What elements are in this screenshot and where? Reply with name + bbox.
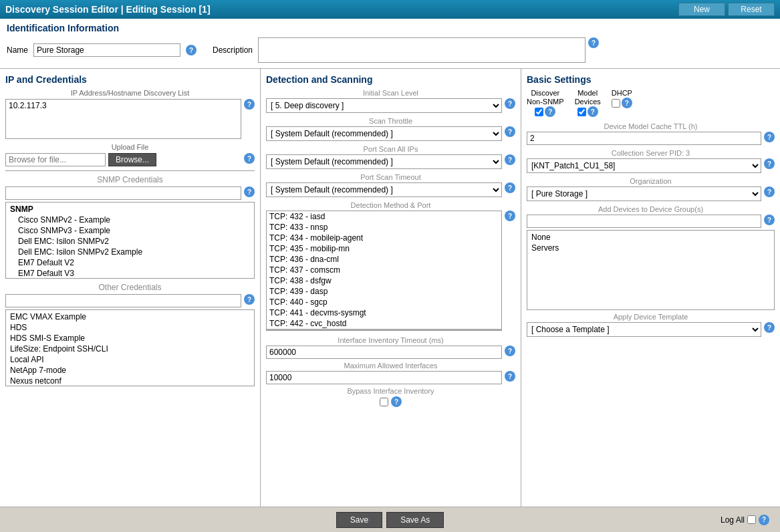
scan-throttle-select[interactable]: [ System Default (recommended) ] [266,126,502,141]
log-all-help[interactable]: ? [759,515,769,525]
name-help-icon[interactable]: ? [186,45,197,55]
list-item[interactable]: [ TCP: 443 - https ] [267,329,501,331]
list-item[interactable]: Servers [529,243,773,253]
ip-textarea[interactable]: 10.2.117.3 [5,99,241,139]
scan-level-select[interactable]: [ 5. Deep discovery ] [266,98,502,113]
interface-timeout-label: Interface Inventory Timeout (ms) [266,336,515,344]
model-checkbox[interactable] [577,108,586,116]
interface-timeout-help[interactable]: ? [505,346,515,356]
ip-help-icon[interactable]: ? [244,99,255,110]
dhcp-checkbox[interactable] [612,99,620,108]
cache-ttl-input[interactable] [527,132,761,145]
port-scan-select[interactable]: [ System Default (recommended) ] [266,154,502,169]
checkbox-group: DiscoverNon-SNMP ? ModelDevices ? DHCP [527,89,775,117]
template-help[interactable]: ? [764,322,775,333]
save-as-button[interactable]: Save As [386,512,444,528]
desc-input[interactable] [258,37,586,63]
list-item[interactable]: Dell EMC: Isilon SNMPv2 Example [7,247,253,257]
port-timeout-select[interactable]: [ System Default (recommended) ] [266,182,502,197]
list-item[interactable]: HDS SMI-S Example [7,333,253,344]
discover-checkbox[interactable] [535,108,543,116]
bypass-row: ? [266,396,515,407]
port-scan-help[interactable]: ? [505,154,515,165]
model-check-row: ? [577,106,598,117]
detect-method-help[interactable]: ? [505,211,515,221]
max-interfaces-label: Maximum Allowed Interfaces [266,362,515,370]
template-select[interactable]: [ Choose a Template ] [527,322,761,337]
list-item[interactable]: NetApp 7-mode [7,365,253,376]
collection-server-select[interactable]: [KNT_Patch1_CU1_58] [527,158,761,173]
list-item[interactable]: TCP: 438 - dsfgw [267,275,501,286]
max-interfaces-help[interactable]: ? [505,371,515,382]
browse-button[interactable]: Browse... [108,153,156,166]
log-all-checkbox[interactable] [747,515,756,524]
list-item[interactable]: TCP: 442 - cvc_hostd [267,318,501,329]
other-help-icon[interactable]: ? [244,294,255,305]
list-item[interactable]: Nexus netconf [7,376,253,386]
bypass-checkbox[interactable] [380,398,388,406]
list-item[interactable]: None [529,232,773,243]
identification-section: Identification Information Name ? Descri… [0,19,780,69]
name-input[interactable] [33,43,180,57]
list-item[interactable]: Cisco SNMPv2 - Example [7,215,253,225]
list-item[interactable]: Local API [7,354,253,365]
dhcp-group: DHCP ? [612,89,632,108]
list-item[interactable]: Cisco SNMPv3 - Example [7,225,253,236]
file-input[interactable] [5,153,106,166]
list-item[interactable]: TCP: 437 - comscm [267,265,501,275]
detect-method-list[interactable]: TCP: 432 - iasd TCP: 433 - nnsp TCP: 434… [266,211,502,331]
scan-level-help[interactable]: ? [505,98,515,109]
template-row: [ Choose a Template ] ? [527,322,775,337]
dhcp-help[interactable]: ? [622,98,632,108]
list-item[interactable]: SNMP [7,204,253,215]
device-group-search-row: ? [527,215,775,228]
list-item[interactable]: Dell EMC: Isilon SNMPv2 [7,236,253,247]
device-group-help[interactable]: ? [764,215,775,225]
snmp-help-icon[interactable]: ? [244,186,255,197]
new-button[interactable]: New [678,3,725,16]
other-search-input[interactable] [5,294,241,307]
desc-help-icon[interactable]: ? [588,37,599,48]
bottom-bar: Save Save As Log All ? [0,507,780,532]
snmp-credential-list[interactable]: SNMP Cisco SNMPv2 - Example Cisco SNMPv3… [5,202,255,279]
interface-timeout-input[interactable] [266,346,502,359]
scan-throttle-help[interactable]: ? [505,126,515,137]
port-timeout-help[interactable]: ? [505,182,515,193]
list-item[interactable]: TCP: 433 - nnsp [267,222,501,233]
ip-credentials-col: IP and Credentials IP Address/Hostname D… [0,69,261,507]
upload-help-icon[interactable]: ? [244,153,255,164]
discover-help[interactable]: ? [545,106,555,117]
list-item[interactable]: TCP: 434 - mobileip-agent [267,233,501,243]
collection-server-help[interactable]: ? [764,158,775,169]
detection-title: Detection and Scanning [266,74,515,85]
list-item[interactable]: LifeSize: Endpoint SSH/CLI [7,344,253,354]
save-button[interactable]: Save [336,512,382,528]
device-group-search[interactable] [527,215,761,228]
list-item[interactable]: TCP: 441 - decvms-sysmgt [267,307,501,318]
detection-col: Detection and Scanning Initial Scan Leve… [261,69,521,507]
snmp-search-input[interactable] [5,186,241,200]
org-select[interactable]: [ Pure Storage ] [527,186,761,201]
list-item[interactable]: HDS [7,322,253,333]
list-item[interactable]: TCP: 436 - dna-cml [267,254,501,265]
collection-server-row: [KNT_Patch1_CU1_58] ? [527,158,775,173]
list-item[interactable]: TCP: 440 - sgcp [267,297,501,307]
cache-ttl-help[interactable]: ? [764,132,775,142]
list-item[interactable]: TCP: 435 - mobilip-mn [267,243,501,254]
reset-button[interactable]: Reset [728,3,775,16]
cache-ttl-row: ? [527,132,775,145]
model-help[interactable]: ? [588,106,598,117]
max-interfaces-input[interactable] [266,371,502,384]
org-help[interactable]: ? [764,186,775,197]
log-all-section: Log All ? [444,515,769,525]
device-group-label: Add Devices to Device Group(s) [527,205,775,213]
list-item[interactable]: EM7 Default V2 [7,257,253,268]
list-item[interactable]: EMC VMAX Example [7,311,253,322]
list-item[interactable]: TCP: 439 - dasp [267,286,501,297]
other-credential-list[interactable]: EMC VMAX Example HDS HDS SMI-S Example L… [5,309,255,386]
port-timeout-label: Port Scan Timeout [266,173,515,181]
list-item[interactable]: TCP: 432 - iasd [267,211,501,222]
bypass-help[interactable]: ? [391,396,402,407]
list-item[interactable]: EM7 Default V3 [7,268,253,279]
device-group-list[interactable]: None Servers [527,230,775,310]
